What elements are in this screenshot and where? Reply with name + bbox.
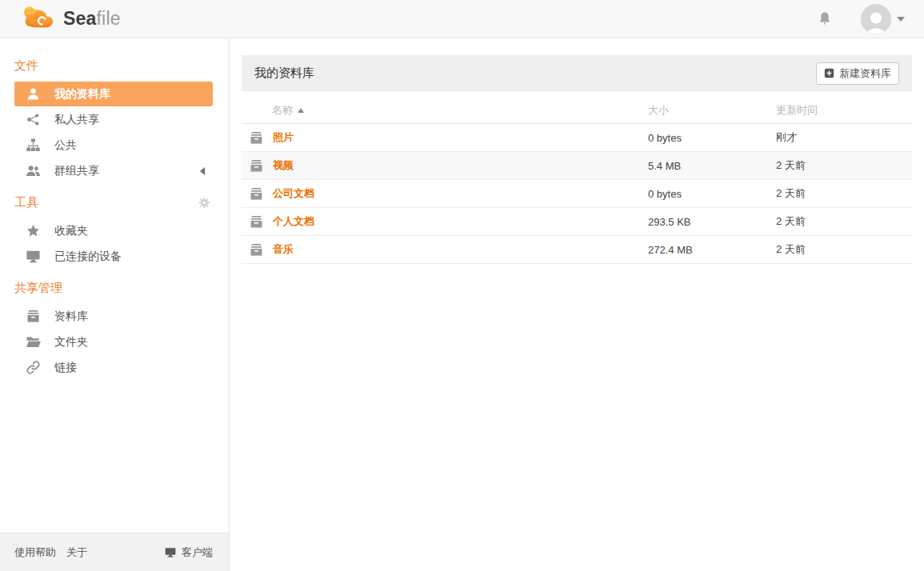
- table-row: 公司文档0 bytes2 天前: [242, 180, 912, 208]
- name-column-label: 名称: [272, 103, 293, 118]
- link-icon: [24, 360, 42, 376]
- library-icon: [248, 242, 265, 258]
- section-heading-label: 文件: [14, 58, 38, 74]
- new-library-label: 新建资料库: [839, 66, 891, 81]
- plus-square-icon: [824, 68, 834, 78]
- column-header-updated: 更新时间: [776, 103, 912, 118]
- clients-link[interactable]: 客户端: [164, 545, 213, 560]
- name-cell: 个人文档: [242, 214, 648, 230]
- sidebar-item-sitemap[interactable]: 公共: [14, 133, 213, 158]
- sidebar-section-heading: 文件: [14, 58, 211, 74]
- navbar-right: [818, 4, 905, 34]
- library-link[interactable]: 照片: [273, 130, 294, 145]
- monitor-icon: [164, 546, 177, 558]
- column-header-name[interactable]: 名称: [242, 103, 648, 118]
- updated-cell: 2 天前: [776, 158, 912, 173]
- collapse-left-icon[interactable]: [200, 167, 205, 175]
- seafile-cloud-icon: [19, 5, 56, 33]
- table-row: 照片0 bytes刚才: [242, 124, 912, 152]
- table-header: 名称 大小 更新时间: [242, 98, 912, 124]
- brand-bold: Sea: [63, 8, 97, 29]
- sidebar-item-user[interactable]: 我的资料库: [14, 82, 213, 106]
- size-cell: 5.4 MB: [648, 160, 776, 172]
- sitemap-icon: [24, 138, 42, 154]
- sidebar-item-library[interactable]: 资料库: [14, 304, 213, 329]
- sidebar-item-label: 我的资料库: [54, 87, 110, 102]
- library-icon: [248, 130, 265, 146]
- library-link[interactable]: 个人文档: [273, 214, 314, 229]
- table-body: 照片0 bytes刚才视频5.4 MB2 天前公司文档0 bytes2 天前个人…: [242, 124, 912, 264]
- footer-links: 使用帮助 关于: [14, 545, 87, 560]
- panel-header: 我的资料库 新建资料库: [242, 55, 912, 91]
- table-row: 个人文档293.5 KB2 天前: [242, 208, 912, 236]
- page-title: 我的资料库: [254, 66, 314, 81]
- notification-bell-icon[interactable]: [818, 10, 832, 28]
- updated-cell: 刚才: [776, 130, 912, 145]
- sidebar-item-users[interactable]: 群组共享: [14, 158, 213, 183]
- sidebar-item-label: 私人共享: [54, 113, 99, 127]
- sidebar-item-label: 资料库: [54, 309, 88, 324]
- top-navbar: Seafile: [0, 0, 924, 38]
- sort-asc-icon: [298, 108, 304, 113]
- updated-cell: 2 天前: [776, 214, 912, 229]
- folder-icon: [24, 334, 42, 350]
- sidebar-section-heading: 工具: [14, 195, 211, 210]
- name-cell: 照片: [242, 130, 648, 146]
- size-cell: 0 bytes: [648, 132, 776, 144]
- name-cell: 音乐: [242, 242, 648, 258]
- sidebar-item-label: 公共: [54, 138, 77, 153]
- sidebar: 文件我的资料库私人共享公共群组共享工具收藏夹已连接的设备共享管理资料库文件夹链接…: [0, 38, 230, 571]
- clients-label: 客户端: [182, 545, 213, 560]
- library-icon: [248, 186, 265, 202]
- library-icon: [248, 214, 265, 230]
- user-avatar: [861, 4, 891, 34]
- sidebar-item-monitor[interactable]: 已连接的设备: [14, 244, 213, 269]
- sidebar-footer: 使用帮助 关于 客户端: [0, 533, 229, 571]
- library-icon: [248, 158, 265, 174]
- sidebar-item-label: 链接: [54, 361, 77, 375]
- sidebar-item-link[interactable]: 链接: [14, 355, 213, 380]
- library-icon: [24, 309, 42, 325]
- star-icon: [24, 223, 42, 239]
- seafile-logo[interactable]: Seafile: [19, 5, 121, 33]
- name-cell: 公司文档: [242, 186, 648, 202]
- account-menu[interactable]: [861, 4, 905, 34]
- brand-text: Seafile: [63, 8, 121, 30]
- updated-cell: 2 天前: [776, 186, 912, 201]
- column-header-size: 大小: [648, 103, 776, 118]
- size-cell: 272.4 MB: [648, 244, 776, 256]
- section-heading-label: 工具: [14, 195, 38, 210]
- gear-icon[interactable]: [198, 196, 211, 210]
- share-icon: [24, 112, 42, 128]
- size-cell: 0 bytes: [648, 188, 776, 200]
- size-cell: 293.5 KB: [648, 216, 776, 228]
- sidebar-nav: 文件我的资料库私人共享公共群组共享工具收藏夹已连接的设备共享管理资料库文件夹链接: [0, 38, 229, 533]
- table-row: 音乐272.4 MB2 天前: [242, 236, 912, 264]
- sidebar-item-label: 文件夹: [54, 335, 88, 349]
- page-layout: 文件我的资料库私人共享公共群组共享工具收藏夹已连接的设备共享管理资料库文件夹链接…: [0, 38, 924, 571]
- sidebar-item-star[interactable]: 收藏夹: [14, 218, 213, 243]
- users-icon: [24, 163, 42, 179]
- sidebar-item-label: 群组共享: [54, 164, 99, 178]
- monitor-icon: [24, 249, 42, 265]
- user-icon: [24, 86, 42, 102]
- library-link[interactable]: 视频: [273, 158, 294, 173]
- section-heading-label: 共享管理: [14, 281, 62, 296]
- sidebar-item-share[interactable]: 私人共享: [14, 107, 213, 132]
- brand-light: file: [97, 8, 121, 29]
- about-link[interactable]: 关于: [66, 545, 87, 560]
- library-table: 名称 大小 更新时间 照片0 bytes刚才视频5.4 MB2 天前公司文档0 …: [242, 98, 912, 264]
- sidebar-item-label: 已连接的设备: [54, 250, 122, 264]
- name-cell: 视频: [242, 158, 648, 174]
- library-link[interactable]: 音乐: [273, 242, 294, 257]
- main-panel: 我的资料库 新建资料库 名称 大小 更新时间 照片0: [230, 38, 924, 571]
- table-row: 视频5.4 MB2 天前: [242, 152, 912, 180]
- sidebar-section-heading: 共享管理: [14, 281, 211, 296]
- library-link[interactable]: 公司文档: [273, 186, 314, 201]
- sidebar-item-label: 收藏夹: [54, 224, 88, 238]
- help-link[interactable]: 使用帮助: [14, 545, 56, 560]
- sidebar-item-folder[interactable]: 文件夹: [14, 329, 213, 354]
- caret-down-icon: [897, 17, 905, 22]
- updated-cell: 2 天前: [776, 242, 912, 257]
- new-library-button[interactable]: 新建资料库: [816, 62, 899, 85]
